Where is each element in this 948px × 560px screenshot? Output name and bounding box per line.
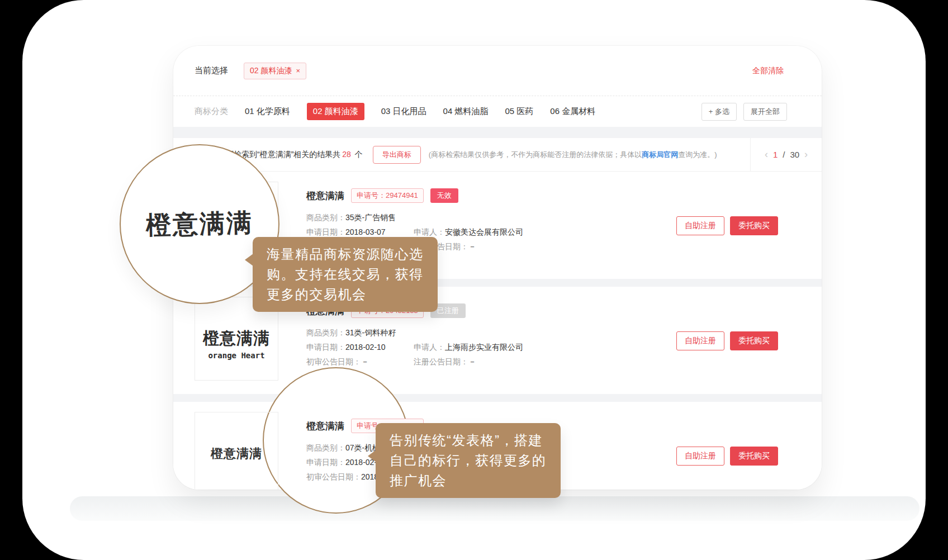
app-no-label: 申请号： xyxy=(357,191,386,200)
applicant-label: 申请人： xyxy=(414,343,445,352)
tooltip-line: 购。支持在线交易，获得 xyxy=(267,264,424,284)
results-count: 28 xyxy=(342,150,351,159)
tooltip-arrow-icon xyxy=(245,254,253,266)
entrust-purchase-button[interactable]: 委托购买 xyxy=(730,447,778,466)
category-item-03[interactable]: 03 日化用品 xyxy=(381,106,426,117)
next-page-icon[interactable]: › xyxy=(804,149,808,160)
results-count-unit: 个 xyxy=(355,150,363,159)
trademark-image-3: 橙意满满 xyxy=(195,412,278,490)
pagination: ‹ 1 / 30 › xyxy=(750,138,822,171)
apply-date-label: 申请日期： xyxy=(306,227,345,236)
multi-select-button[interactable]: + 多选 xyxy=(701,103,737,121)
export-trademarks-button[interactable]: 导出商标 xyxy=(373,146,421,164)
trademark-image-subtext: orange Heart xyxy=(208,351,264,360)
tooltip-marketplace: 海量精品商标资源随心选 购。支持在线交易，获得 更多的交易机会 xyxy=(253,237,438,312)
apply-date-label: 申请日期： xyxy=(306,458,345,467)
tooltip-line: 海量精品商标资源随心选 xyxy=(267,244,424,264)
trademark-name[interactable]: 橙意满满 xyxy=(306,420,344,433)
category-item-01[interactable]: 01 化学原料 xyxy=(245,106,290,117)
results-header: 当前分类下检索到“橙意满满”相关的结果共28 个 导出商标 (商标检索结果仅供参… xyxy=(173,138,822,172)
category-label: 商品类别： xyxy=(306,443,345,452)
expand-all-button[interactable]: 展开全部 xyxy=(743,103,787,121)
tooltip-promotion: 告别传统“发表格”，搭建 自己的标行，获得更多的 推广机会 xyxy=(376,423,561,498)
apply-date-label: 申请日期： xyxy=(306,343,345,352)
trademark-image-text: 橙意满满 xyxy=(211,445,262,462)
applicant-label: 申请人： xyxy=(414,227,445,236)
page-separator: / xyxy=(783,150,785,159)
first-trial-label: 初审公告日期： xyxy=(306,357,361,366)
selected-filter-tag-label: 02 颜料油漆 xyxy=(250,66,292,76)
tooltip-line: 告别传统“发表格”，搭建 xyxy=(390,430,547,450)
tooltip-arrow-icon xyxy=(368,450,376,462)
category-item-04[interactable]: 04 燃料油脂 xyxy=(443,106,489,117)
registration-value: － xyxy=(468,242,476,251)
first-trial-label: 初审公告日期： xyxy=(306,472,361,481)
registration-label: 注册公告日期： xyxy=(414,357,468,366)
applicant-value: 安徽美达会展有限公司 xyxy=(445,227,523,236)
trademark-image-text: 橙意满满 xyxy=(203,328,270,350)
status-badge: 无效 xyxy=(430,188,458,203)
row-2-actions: 自助注册 委托购买 xyxy=(676,331,778,350)
apply-date-value: 2018-02-10 xyxy=(345,343,386,352)
category-label: 商品类别： xyxy=(306,328,345,337)
current-page: 1 xyxy=(773,150,778,159)
section-divider-band xyxy=(173,127,822,138)
entrust-purchase-button[interactable]: 委托购买 xyxy=(730,216,778,235)
tooltip-line: 自己的标行，获得更多的 xyxy=(390,450,547,471)
zoomed-trademark-text: 橙意满满 xyxy=(145,206,254,242)
filter-panel: 当前选择 02 颜料油漆 × 全部清除 商标分类 01 化学原料 02 颜料油漆… xyxy=(173,46,822,127)
disclaimer-pre: (商标检索结果仅供参考，不作为商标能否注册的法律依据；具体以 xyxy=(429,150,642,159)
self-register-button[interactable]: 自助注册 xyxy=(676,447,724,466)
close-icon[interactable]: × xyxy=(296,67,300,75)
registration-value: － xyxy=(468,357,476,366)
results-disclaimer: (商标检索结果仅供参考，不作为商标能否注册的法律依据；具体以商标局官网查询为准。… xyxy=(429,150,717,160)
laptop-base-bar xyxy=(70,496,919,521)
total-pages: 30 xyxy=(790,150,799,159)
tooltip-line: 更多的交易机会 xyxy=(267,284,424,305)
row-divider-band xyxy=(173,394,822,402)
trademark-name[interactable]: 橙意满满 xyxy=(306,189,344,202)
current-selection-row: 当前选择 02 颜料油漆 × 全部清除 xyxy=(173,46,822,96)
disclaimer-post: 查询为准。) xyxy=(678,150,717,159)
category-row: 商标分类 01 化学原料 02 颜料油漆 03 日化用品 04 燃料油脂 05 … xyxy=(173,96,822,127)
category-item-02-selected[interactable]: 02 颜料油漆 xyxy=(307,103,364,120)
applicant-value: 上海雨步实业有限公司 xyxy=(445,343,523,352)
category-label: 商品类别： xyxy=(306,213,345,222)
row-1-actions: 自助注册 委托购买 xyxy=(676,216,778,235)
first-trial-value: － xyxy=(361,357,369,366)
category-item-06[interactable]: 06 金属材料 xyxy=(550,106,595,117)
selected-filter-tag[interactable]: 02 颜料油漆 × xyxy=(244,63,306,79)
application-number-tag: 申请号：29474941 xyxy=(351,188,424,203)
apply-date-value: 2018-03-07 xyxy=(345,227,386,236)
category-row-label: 商标分类 xyxy=(195,106,228,117)
clear-all-button[interactable]: 全部清除 xyxy=(752,66,784,76)
app-no-value: 29474941 xyxy=(386,191,418,200)
current-selection-label: 当前选择 xyxy=(195,65,228,76)
category-tools: + 多选 展开全部 xyxy=(701,103,787,121)
category-value: 31类-饲料种籽 xyxy=(345,328,396,337)
prev-page-icon[interactable]: ‹ xyxy=(765,149,768,160)
trademark-office-link[interactable]: 商标局官网 xyxy=(642,150,678,159)
entrust-purchase-button[interactable]: 委托购买 xyxy=(730,331,778,350)
self-register-button[interactable]: 自助注册 xyxy=(676,216,724,235)
self-register-button[interactable]: 自助注册 xyxy=(676,331,724,350)
category-value: 35类-广告销售 xyxy=(345,213,396,222)
row-3-actions: 自助注册 委托购买 xyxy=(676,447,778,466)
category-item-05[interactable]: 05 医药 xyxy=(505,106,533,117)
tooltip-line: 推广机会 xyxy=(390,471,547,491)
